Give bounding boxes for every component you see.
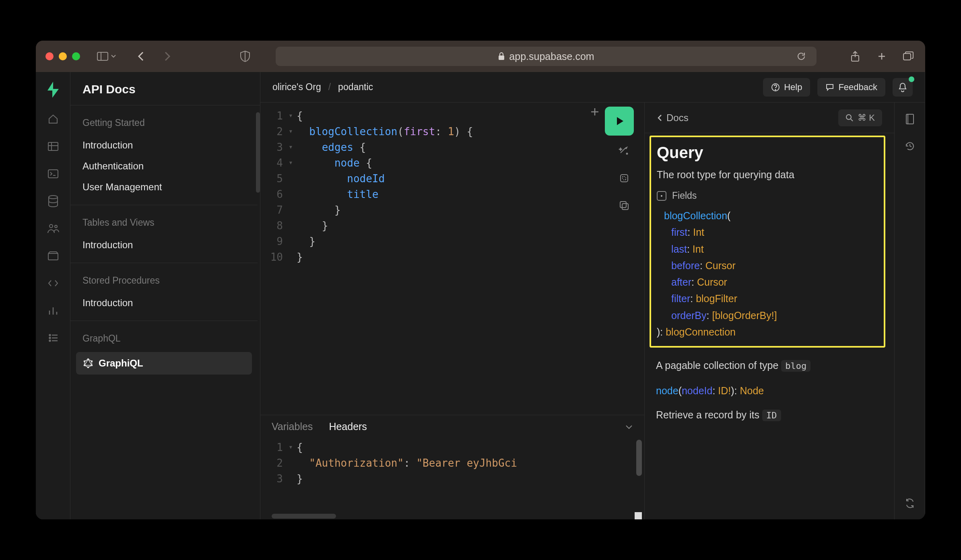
edge-functions-icon[interactable] bbox=[47, 277, 59, 289]
svg-point-14 bbox=[55, 225, 57, 228]
docs-search-button[interactable]: ⌘ K bbox=[838, 109, 882, 126]
play-icon bbox=[614, 115, 625, 127]
copy-icon[interactable] bbox=[616, 198, 632, 214]
graphql-query-editor[interactable]: 1▾{2▾ blogCollection(first: 1) {3▾ edges… bbox=[260, 103, 644, 415]
svg-point-41 bbox=[846, 115, 851, 119]
docs-type-title: Query bbox=[657, 144, 878, 162]
search-shortcut: ⌘ K bbox=[858, 113, 875, 123]
field-signature-blogcollection[interactable]: blogCollection( first: Int last: Int bef… bbox=[657, 208, 878, 340]
sidebar-item-authentication[interactable]: Authentication bbox=[70, 156, 258, 177]
prettify-icon[interactable] bbox=[616, 143, 632, 159]
vertical-scrollbar[interactable] bbox=[636, 440, 642, 476]
history-icon[interactable] bbox=[904, 140, 916, 152]
supabase-logo-icon[interactable] bbox=[46, 82, 60, 98]
docs-back-label: Docs bbox=[666, 112, 689, 124]
svg-rect-0 bbox=[97, 52, 108, 60]
close-window-icon[interactable] bbox=[45, 52, 54, 60]
svg-point-13 bbox=[49, 224, 53, 228]
svg-rect-39 bbox=[622, 204, 628, 210]
window-traffic-lights bbox=[45, 52, 80, 60]
svg-rect-40 bbox=[620, 202, 626, 208]
tab-variables[interactable]: Variables bbox=[272, 421, 313, 432]
sidebar-item-procedures-introduction[interactable]: Introduction bbox=[70, 292, 258, 313]
help-button[interactable]: Help bbox=[763, 78, 810, 97]
svg-point-19 bbox=[49, 335, 50, 336]
graphiql-tool-rail bbox=[894, 103, 925, 519]
merge-icon[interactable] bbox=[616, 170, 632, 186]
docs-icon[interactable] bbox=[905, 113, 915, 125]
svg-point-27 bbox=[91, 360, 92, 362]
graphql-docs-panel: Docs ⌘ K Query The root type for queryin… bbox=[645, 103, 894, 519]
breadcrumb-org[interactable]: olirice's Org bbox=[272, 82, 321, 93]
reload-button[interactable] bbox=[794, 49, 808, 64]
tab-headers[interactable]: Headers bbox=[329, 421, 367, 432]
sidebar-item-introduction[interactable]: Introduction bbox=[70, 135, 258, 156]
url-bar[interactable]: app.supabase.com bbox=[276, 47, 817, 66]
refresh-schema-icon[interactable] bbox=[904, 498, 916, 509]
chevron-left-icon bbox=[657, 114, 662, 122]
chevron-down-icon bbox=[111, 54, 116, 59]
logs-icon[interactable] bbox=[47, 332, 59, 344]
feedback-label: Feedback bbox=[838, 82, 877, 93]
sidebar-item-user-management[interactable]: User Management bbox=[70, 177, 258, 198]
svg-rect-2 bbox=[499, 56, 504, 60]
sidebar-item-label: GraphiQL bbox=[99, 358, 143, 369]
feedback-button[interactable]: Feedback bbox=[817, 78, 885, 97]
url-text: app.supabase.com bbox=[509, 51, 594, 62]
svg-point-21 bbox=[49, 338, 50, 339]
svg-marker-34 bbox=[617, 117, 623, 125]
breadcrumb-project[interactable]: podantic bbox=[338, 82, 373, 93]
new-tab-button[interactable] bbox=[874, 49, 889, 64]
database-icon[interactable] bbox=[47, 195, 59, 207]
svg-point-33 bbox=[775, 89, 776, 90]
field-signature-node[interactable]: node(nodeId: ID!): Node bbox=[656, 383, 882, 399]
breadcrumb-separator: / bbox=[328, 82, 331, 93]
home-icon[interactable] bbox=[47, 113, 59, 125]
sidebar-item-tables-introduction[interactable]: Introduction bbox=[70, 235, 258, 255]
graphql-icon bbox=[83, 358, 93, 368]
node-description: Retrieve a record by its ID bbox=[656, 407, 882, 423]
docs-back-button[interactable]: Docs bbox=[657, 112, 689, 124]
storage-icon[interactable] bbox=[47, 250, 59, 262]
notifications-button[interactable] bbox=[893, 78, 913, 97]
horizontal-scrollbar[interactable] bbox=[272, 514, 336, 519]
fields-label: Fields bbox=[672, 190, 697, 201]
help-icon bbox=[771, 83, 780, 92]
chevron-down-icon[interactable] bbox=[625, 424, 633, 430]
svg-rect-38 bbox=[621, 175, 628, 182]
svg-rect-6 bbox=[903, 54, 911, 60]
docs-highlight-region: Query The root type for querying data • … bbox=[650, 136, 885, 348]
help-label: Help bbox=[784, 82, 802, 93]
svg-rect-15 bbox=[48, 253, 58, 260]
sql-icon[interactable] bbox=[47, 168, 59, 180]
section-heading-graphql: GraphQL bbox=[70, 321, 258, 350]
reports-icon[interactable] bbox=[47, 305, 59, 317]
svg-point-31 bbox=[84, 360, 85, 362]
auth-icon[interactable] bbox=[47, 222, 59, 235]
add-icon[interactable] bbox=[590, 107, 600, 117]
breadcrumb: olirice's Org / podantic Help Feedback bbox=[260, 72, 925, 103]
share-button[interactable] bbox=[848, 49, 862, 64]
section-heading-stored-procedures: Stored Procedures bbox=[70, 263, 258, 292]
svg-rect-43 bbox=[906, 114, 914, 124]
sidebar-toggle-button[interactable] bbox=[97, 52, 116, 61]
sidebar-item-graphiql[interactable]: GraphiQL bbox=[76, 352, 252, 375]
nav-back-button[interactable] bbox=[134, 49, 148, 64]
notification-badge bbox=[909, 76, 914, 82]
svg-point-23 bbox=[49, 340, 50, 342]
nav-forward-button[interactable] bbox=[160, 49, 174, 64]
sidebar-scrollbar[interactable] bbox=[256, 112, 260, 193]
tabs-overview-button[interactable] bbox=[901, 49, 916, 64]
shield-icon[interactable] bbox=[238, 49, 252, 64]
headers-editor[interactable]: 1▾{2 "Authorization": "Bearer eyJhbGci3} bbox=[260, 438, 644, 519]
svg-line-42 bbox=[851, 119, 853, 121]
scrollbar-corner bbox=[635, 512, 642, 519]
section-heading-getting-started: Getting Started bbox=[70, 105, 258, 135]
app-icon-rail bbox=[36, 72, 70, 519]
table-icon[interactable] bbox=[47, 140, 59, 152]
minimize-window-icon[interactable] bbox=[59, 52, 67, 60]
maximize-window-icon[interactable] bbox=[72, 52, 80, 60]
variables-headers-pane: Variables Headers 1▾{2 "Authorization": … bbox=[260, 415, 644, 519]
run-query-button[interactable] bbox=[605, 107, 634, 136]
search-icon bbox=[846, 114, 854, 122]
